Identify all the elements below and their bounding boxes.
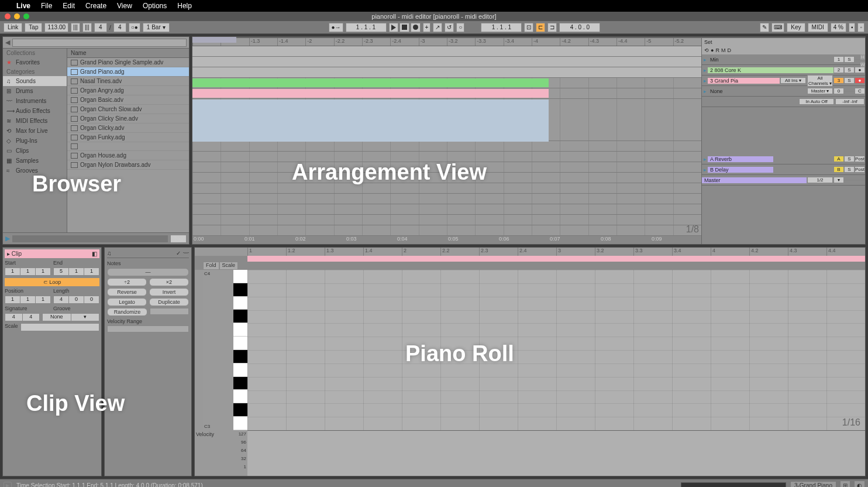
arrangement-tracks[interactable] (192, 46, 701, 236)
velocity-lane[interactable]: Velocity 1279664321 (195, 430, 865, 476)
file-item[interactable]: Organ Funky.adg (67, 133, 189, 142)
file-item[interactable]: Grand Piano Single Sample.adv (67, 58, 189, 67)
note-grid[interactable] (247, 270, 865, 430)
category-item[interactable]: ♫Sounds (3, 76, 67, 86)
search-input[interactable] (12, 39, 187, 47)
status-play-icon[interactable]: ▶ (4, 482, 12, 488)
invert-button[interactable]: Invert (149, 288, 189, 296)
view-toggle-w[interactable]: W (860, 62, 865, 67)
favorites-item[interactable]: ★Favorites (3, 57, 67, 67)
file-item[interactable]: Organ Clicky.adv (67, 124, 189, 133)
raw-button[interactable]: Raw (170, 235, 187, 243)
half-time-button[interactable]: ÷2 (107, 278, 147, 286)
midi-map-button[interactable]: MIDI (808, 23, 828, 32)
file-item[interactable]: Organ House.adg (67, 151, 189, 160)
file-item[interactable]: Nasal Tines.adv (67, 77, 189, 86)
preview-waveform[interactable] (12, 235, 168, 242)
loop-length[interactable]: 4 . 0 . 0 (559, 23, 600, 32)
tool-icon-2[interactable]: 〰 (183, 250, 189, 256)
overdub-button[interactable]: + (423, 23, 431, 32)
preview-play-icon[interactable]: ▶ (5, 235, 10, 242)
track-header[interactable]: ▸Min1S (702, 54, 865, 65)
record-button[interactable] (411, 23, 421, 32)
category-item[interactable]: ◇Plug-Ins (3, 136, 67, 146)
category-item[interactable]: 〰Instruments (3, 96, 67, 106)
menu-app[interactable]: Live (16, 2, 30, 10)
file-item[interactable]: Organ Nylon Drawbars.adv (67, 160, 189, 170)
arrangement-ruler[interactable]: -1-1.2-1.3-1.4-2-2.2-2.3-2.4-3-3.2-3.3-3… (192, 38, 701, 46)
quantize-menu[interactable]: 1 Bar ▾ (143, 23, 170, 32)
tool-icon[interactable]: ✓ (176, 250, 181, 256)
file-item[interactable]: Organ Church Slow.adv (67, 105, 189, 114)
draw-mode-button[interactable]: ✎ (760, 23, 769, 32)
signature-field[interactable]: 44 (5, 313, 40, 321)
start-field[interactable]: 111 (5, 267, 51, 276)
duplicate-button[interactable]: Duplicate (149, 298, 189, 306)
category-item[interactable]: ≈Grooves (3, 166, 67, 176)
file-item[interactable] (67, 142, 189, 151)
fullscreen-icon[interactable] (23, 13, 29, 19)
randomize-button[interactable]: Randomize (107, 308, 147, 316)
metronome-button[interactable]: ○● (129, 23, 140, 32)
set-button[interactable]: Set (704, 39, 712, 45)
file-item[interactable]: Organ Angry.adg (67, 86, 189, 95)
position-field[interactable]: 111 (5, 296, 51, 304)
scale-selector[interactable] (20, 323, 99, 331)
menu-edit[interactable]: Edit (63, 2, 75, 10)
piano-keys[interactable] (233, 270, 247, 430)
clip-pink[interactable] (192, 89, 549, 98)
fold-button[interactable]: Fold (203, 262, 219, 270)
tempo-field[interactable]: 113.00 (44, 23, 68, 32)
back-to-arrangement-icon[interactable]: ⟲ (704, 47, 709, 53)
category-item[interactable]: ⊞Drums (3, 86, 67, 96)
arrangement-time-ruler[interactable]: 0:000:010:020:030:040:050:060:070:080:09 (192, 236, 701, 244)
menu-create[interactable]: Create (85, 2, 106, 10)
track-header[interactable]: ▸3 Grand PiaAll Ins ▾All Channels ▾3S● (702, 76, 865, 86)
master-track-name[interactable]: Master (702, 177, 807, 183)
clip-toggle-icon[interactable]: ◐ (855, 481, 864, 487)
track-header[interactable]: ▸NoneMaster ▾0C (702, 86, 865, 97)
stop-button[interactable] (399, 23, 409, 32)
send-header[interactable]: ▸A ReverbASPost (702, 154, 865, 164)
arrangement-position[interactable]: 1 . 1 . 1 (346, 23, 387, 32)
velocity-range-slider[interactable] (107, 325, 189, 332)
category-item[interactable]: ▦Samples (3, 156, 67, 166)
category-item[interactable]: ▭Clips (3, 146, 67, 156)
notes-field[interactable]: — (107, 268, 189, 276)
io-button[interactable]: ● (711, 47, 714, 53)
category-item[interactable]: ⟲Max for Live (3, 126, 67, 136)
play-button[interactable] (389, 23, 398, 32)
menu-options[interactable]: Options (143, 2, 167, 10)
groove-selector[interactable]: None▾ (42, 313, 99, 321)
device-toggle-icon[interactable]: ⊞ (841, 481, 850, 487)
end-field[interactable]: 511 (53, 267, 99, 276)
sig-numerator[interactable]: 4 (94, 23, 107, 32)
tap-button[interactable]: Tap (25, 23, 42, 32)
name-column-header[interactable]: Name (67, 49, 189, 58)
clip-header[interactable]: ▸ Clip (7, 251, 22, 257)
randomize-slider[interactable] (150, 308, 189, 315)
return-button[interactable]: R (715, 47, 719, 53)
piano-roll-loop-brace[interactable] (247, 256, 865, 262)
track-header[interactable]: ▸2 808 Core K2S● (702, 65, 865, 76)
delay-button[interactable]: D (727, 47, 731, 53)
key-map-button[interactable]: Key (787, 23, 805, 32)
link-button[interactable]: Link (4, 23, 22, 32)
loop-toggle[interactable]: ⊂ Loop (5, 278, 99, 286)
menu-file[interactable]: File (41, 2, 52, 10)
close-icon[interactable] (5, 13, 11, 19)
keyboard-button[interactable]: ⌨ (771, 23, 784, 32)
legato-button[interactable]: Legato (107, 298, 147, 306)
clip-blue[interactable] (192, 100, 549, 142)
punch-in-button[interactable]: ⊏ (536, 23, 545, 32)
file-item[interactable]: Organ Clicky Sine.adv (67, 114, 189, 124)
menu-help[interactable]: Help (177, 2, 192, 10)
double-time-button[interactable]: ×2 (149, 278, 189, 286)
automation-arm-button[interactable]: ↗ (433, 23, 442, 32)
minimize-icon[interactable] (14, 13, 20, 19)
reverse-button[interactable]: Reverse (107, 288, 147, 296)
status-track-name[interactable]: 3-Grand Piano (791, 482, 836, 487)
menu-view[interactable]: View (117, 2, 132, 10)
file-item[interactable]: Organ Basic.adv (67, 95, 189, 105)
sig-denominator[interactable]: 4 (113, 23, 126, 32)
